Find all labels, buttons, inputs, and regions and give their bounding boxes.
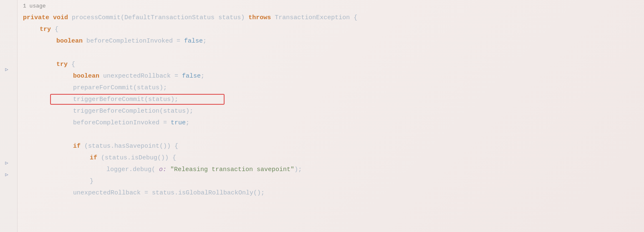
method-prepare: prepareForCommit	[73, 84, 133, 91]
value-true: true	[171, 119, 186, 126]
code-editor: ▷ ▷ ▷ 1 usage private void processCommit…	[0, 0, 644, 232]
param-name: status)	[215, 14, 248, 21]
keyword-try-inner: try	[56, 61, 68, 68]
keyword-void: void	[53, 14, 72, 21]
line-before-completion-invoked: boolean beforeCompletionInvoked = false …	[0, 35, 644, 47]
method-name: processCommit	[72, 14, 121, 21]
var-unexpected-rollback: unexpectedRollback =	[103, 73, 182, 80]
line-gutter: ▷ ▷ ▷	[0, 0, 18, 232]
space-before-string	[167, 166, 170, 173]
brace-open: {	[51, 26, 58, 33]
brace-open-inner: {	[68, 61, 75, 68]
usage-line: 1 usage	[0, 0, 644, 12]
line-method-signature: private void processCommit ( DefaultTran…	[0, 12, 644, 23]
line-if-has-savepoint: if (status.hasSavepoint()) {	[0, 140, 644, 152]
keyword-if-2: if	[90, 154, 101, 161]
prepare-args: (status);	[133, 84, 167, 91]
keyword-boolean-2: boolean	[73, 73, 103, 80]
line-close-brace-1: }	[0, 175, 644, 187]
unexpected-rollback-assign: unexpectedRollback = status.isGlobalRoll…	[73, 189, 265, 197]
throws-exception: TransactionException {	[271, 14, 357, 21]
line-prepare-for-commit: prepareForCommit (status);	[0, 82, 644, 93]
var-assign-before-completion: beforeCompletionInvoked =	[73, 119, 171, 126]
logger-dot: .debug(	[129, 166, 155, 173]
var-before-completion: beforeCompletionInvoked =	[86, 38, 184, 45]
line-unexpected-rollback-assign: unexpectedRollback = status.isGlobalRoll…	[0, 187, 644, 199]
method-trigger-before-completion: triggerBeforeCompletion	[73, 108, 159, 115]
line-logger-debug: logger .debug( o: "Releasing transaction…	[0, 164, 644, 175]
line-trigger-before-commit: triggerBeforeCommit (status);	[0, 93, 644, 105]
line-set-before-completion-invoked: beforeCompletionInvoked = true ;	[0, 117, 644, 129]
gutter-icon-1: ▷	[3, 66, 10, 73]
keyword-boolean: boolean	[56, 38, 86, 45]
debug-close: );	[294, 166, 302, 173]
blank-line-2	[0, 129, 644, 140]
value-false-2: false	[182, 73, 201, 80]
line-try-inner: try {	[0, 58, 644, 70]
usage-count: 1 usage	[23, 3, 46, 9]
line-try-outer: try {	[0, 23, 644, 35]
keyword-private: private	[23, 14, 53, 21]
paren-open: (	[121, 14, 124, 21]
method-trigger-before-commit: triggerBeforeCommit	[73, 96, 144, 103]
blank-line-1	[0, 47, 644, 58]
keyword-throws: throws	[248, 14, 271, 21]
keyword-if-1: if	[73, 143, 84, 150]
line-if-is-debug: if (status.isDebug()) {	[0, 152, 644, 164]
semicolon: ;	[203, 38, 207, 45]
value-false: false	[184, 38, 203, 45]
trigger-before-commit-args: (status);	[144, 96, 178, 103]
semicolon-3: ;	[186, 119, 189, 126]
string-releasing-savepoint: "Releasing transaction savepoint"	[170, 166, 294, 173]
label-o: o:	[155, 166, 167, 173]
keyword-try: try	[40, 26, 51, 33]
param-type: DefaultTransactionStatus	[124, 14, 215, 21]
line-unexpected-rollback: boolean unexpectedRollback = false ;	[0, 70, 644, 82]
semicolon-2: ;	[201, 73, 205, 80]
brace-close-1: }	[90, 178, 93, 185]
logger-ref: logger	[106, 166, 129, 173]
line-trigger-before-completion: triggerBeforeCompletion (status);	[0, 105, 644, 117]
gutter-icon-2: ▷	[3, 159, 10, 166]
if-has-savepoint-cond: (status.hasSavepoint()) {	[84, 143, 178, 150]
gutter-icon-3: ▷	[3, 171, 10, 178]
trigger-before-completion-args: (status);	[159, 108, 193, 115]
if-is-debug-cond: (status.isDebug()) {	[101, 154, 176, 161]
